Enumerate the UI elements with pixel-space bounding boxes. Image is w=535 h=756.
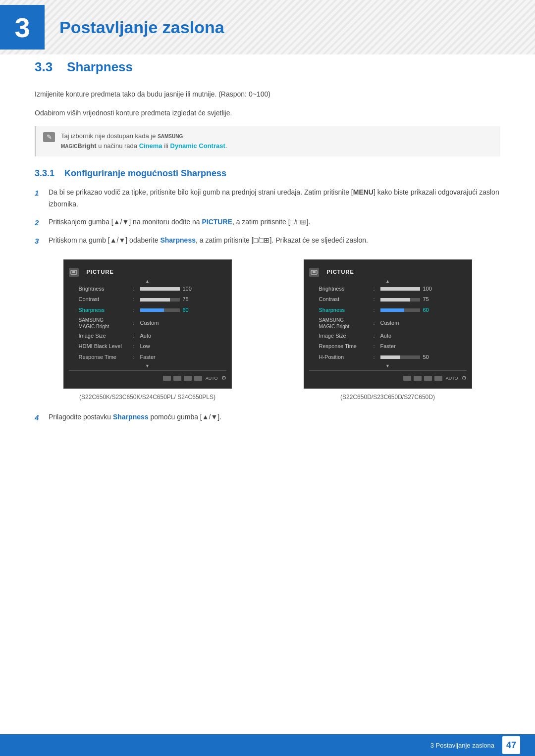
chapter-header: 3 Postavljanje zaslona <box>0 0 535 54</box>
steps-list: 1 Da bi se prikazao vodič za tipke, prit… <box>35 187 500 248</box>
row-contrast-2: Contrast : 75 <box>304 294 472 305</box>
row-imagesize-2: Image Size : Auto <box>304 331 472 342</box>
section-title: 3.3 Sharpness <box>35 59 133 77</box>
svg-rect-1 <box>72 271 75 273</box>
body-paragraph-2: Odabirom viših vrijednosti konture predm… <box>35 107 500 119</box>
bottom-bar-2: AUTO ⚙ <box>304 373 472 381</box>
bottom-bar-1: AUTO ⚙ <box>64 373 231 381</box>
sharpness-label-step4: Sharpness <box>113 413 149 421</box>
btn-auto-2: AUTO <box>446 376 458 381</box>
subsection-number: 3.3.1 <box>35 168 54 178</box>
caption-1: (S22C650K/S23C650K/S24C650PL/ S24C650PLS… <box>79 393 215 402</box>
up-arrow-1: ▲ <box>64 279 231 284</box>
note-text: Taj izbornik nije dostupan kada je SAMSU… <box>61 131 227 152</box>
step-2: 2 Pritiskanjem gumba [▲/▼] na monitoru d… <box>35 216 500 229</box>
monitor-title-1: PICTURE <box>82 267 119 278</box>
screenshot-2: PICTURE ▲ Brightness : 100 Contrast : <box>275 259 500 402</box>
section-name: Sharpness <box>67 59 133 74</box>
step-4: 4 Prilagodite postavku Sharpness pomoću … <box>35 411 500 424</box>
row-sharpness-2: Sharpness : 60 <box>304 305 472 316</box>
down-arrow-1: ▼ <box>64 363 231 368</box>
row-response-1: Response Time : Faster <box>64 352 231 363</box>
monitor-icon-1 <box>69 268 79 277</box>
footer-text: 3 Postavljanje zaslona <box>430 742 494 749</box>
step4-list: 4 Prilagodite postavku Sharpness pomoću … <box>35 411 500 424</box>
row-contrast-1: Contrast : 75 <box>64 294 231 305</box>
row-response-2: Response Time : Faster <box>304 341 472 352</box>
row-brightness-2: Brightness : 100 <box>304 284 472 295</box>
btn-plus-2 <box>424 376 432 381</box>
btn-enter-2 <box>434 376 442 381</box>
row-brightness-1: Brightness : 100 <box>64 284 231 295</box>
screenshot-1: PICTURE ▲ Brightness : 100 Contrast : <box>35 259 260 402</box>
sharpness-label-step3: Sharpness <box>160 236 196 244</box>
step-2-text: Pritiskanjem gumba [▲/▼] na monitoru dođ… <box>49 216 310 228</box>
screenshots-container: PICTURE ▲ Brightness : 100 Contrast : <box>35 259 500 402</box>
monitor-icon-2 <box>309 268 319 277</box>
up-arrow-2: ▲ <box>304 279 472 284</box>
down-arrow-2: ▼ <box>304 363 472 368</box>
btn-auto-1: AUTO <box>206 376 218 381</box>
monitor-screen-1: PICTURE ▲ Brightness : 100 Contrast : <box>63 259 232 389</box>
picture-label: PICTURE <box>202 218 232 226</box>
step-4-text: Prilagodite postavku Sharpness pomoću gu… <box>49 411 221 423</box>
btn-gear-1: ⚙ <box>221 375 226 381</box>
row-sharpness-1: Sharpness : 60 <box>64 305 231 316</box>
row-magic-2: SAMSUNGMAGIC Bright : Custom <box>304 316 472 331</box>
svg-rect-3 <box>313 271 316 273</box>
monitor-title-2: PICTURE <box>322 267 359 278</box>
step-1-text: Da bi se prikazao vodič za tipke, pritis… <box>49 187 500 210</box>
note-icon <box>43 132 55 142</box>
note-box: Taj izbornik nije dostupan kada je SAMSU… <box>35 126 500 157</box>
row-hdmi-1: HDMI Black Level : Low <box>64 341 231 352</box>
chapter-number-box: 3 <box>0 5 45 50</box>
btn-enter-1 <box>194 376 202 381</box>
monitor-screen-2: PICTURE ▲ Brightness : 100 Contrast : <box>304 259 472 389</box>
body-paragraph-1: Izmijenite konture predmeta tako da budu… <box>35 89 500 101</box>
menu-label: MENU <box>353 188 374 196</box>
chapter-title: Postavljanje zaslona <box>59 18 224 37</box>
step-3: 3 Pritiskom na gumb [▲/▼] odaberite Shar… <box>35 235 500 248</box>
row-magic-1: SAMSUNGMAGIC Bright : Custom <box>64 316 231 331</box>
btn-gear-2: ⚙ <box>462 375 467 381</box>
btn-left-2 <box>403 376 411 381</box>
section-number: 3.3 <box>35 59 53 74</box>
btn-minus-1 <box>173 376 181 381</box>
btn-left-1 <box>163 376 171 381</box>
page-footer: 3 Postavljanje zaslona 47 <box>0 734 535 756</box>
row-imagesize-1: Image Size : Auto <box>64 331 231 342</box>
row-hposition-2: H-Position : 50 <box>304 352 472 363</box>
btn-minus-2 <box>414 376 422 381</box>
main-content: 3.3 Sharpness Izmijenite konture predmet… <box>0 59 535 476</box>
step-1: 1 Da bi se prikazao vodič za tipke, prit… <box>35 187 500 210</box>
chapter-number: 3 <box>14 11 30 44</box>
step-3-text: Pritiskom na gumb [▲/▼] odaberite Sharpn… <box>49 235 368 247</box>
subsection-name: Konfiguriranje mogućnosti Sharpness <box>64 168 226 178</box>
caption-2: (S22C650D/S23C650D/S27C650D) <box>340 393 435 402</box>
page-number: 47 <box>502 736 520 754</box>
subsection-title: 3.3.1 Konfiguriranje mogućnosti Sharpnes… <box>35 168 226 178</box>
btn-plus-1 <box>184 376 192 381</box>
